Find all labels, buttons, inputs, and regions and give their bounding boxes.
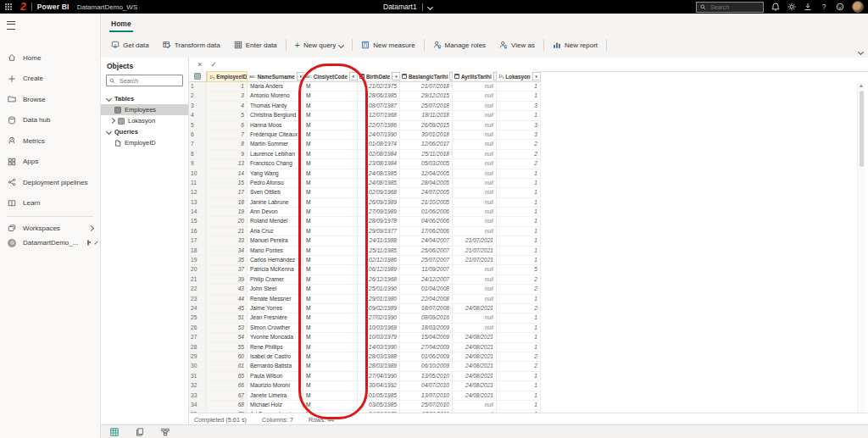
cell-birthdate[interactable]: 23/08/1984 — [358, 159, 400, 169]
cell-lokasyon[interactable]: 1 — [497, 208, 541, 217]
cell-namesurname[interactable]: Roland Mendel — [248, 217, 303, 226]
cell-employeeid[interactable]: 44 — [207, 295, 248, 304]
row-number-cell[interactable]: 11 — [189, 179, 207, 188]
cell-namesurname[interactable]: Rene Phillips — [248, 343, 303, 352]
row-number-cell[interactable]: 21 — [189, 275, 207, 285]
cell-cinsiyetcode[interactable]: M — [303, 372, 358, 381]
cell-employeeid[interactable]: 1 — [207, 82, 248, 91]
cell-namesurname[interactable]: Maria Anders — [248, 82, 303, 91]
row-number-cell[interactable]: 17 — [189, 236, 207, 246]
cell-baslangictarihi[interactable]: 01/04/2008 — [400, 285, 453, 294]
row-number-cell[interactable]: 1 — [189, 82, 207, 91]
cell-baslangictarihi[interactable]: 30/01/2018 — [400, 130, 453, 140]
cell-birthdate[interactable]: 26/09/1989 — [358, 198, 400, 208]
cell-baslangictarihi[interactable]: 25/11/2018 — [400, 150, 453, 159]
cell-employeeid[interactable]: 18 — [207, 198, 248, 208]
cell-namesurname[interactable]: Carlos Hernández — [248, 256, 303, 265]
cell-namesurname[interactable]: Michael Holz — [248, 401, 303, 410]
cell-employeeid[interactable]: 68 — [207, 401, 248, 410]
row-number-cell[interactable]: 8 — [189, 150, 207, 159]
column-header-ayrilistarihi[interactable]: AyrilisTarihi▾ — [453, 71, 497, 82]
cell-employeeid[interactable]: 61 — [207, 362, 248, 371]
cell-lokasyon[interactable]: 1 — [497, 247, 541, 256]
cell-baslangictarihi[interactable]: 21/10/2005 — [400, 198, 453, 208]
row-number-cell[interactable]: 23 — [189, 295, 207, 304]
cell-employeeid[interactable]: 53 — [207, 324, 248, 333]
cell-baslangictarihi[interactable]: 15/04/2009 — [400, 333, 453, 342]
cell-birthdate[interactable]: 06/12/1989 — [358, 265, 400, 274]
cell-cinsiyetcode[interactable]: M — [303, 285, 358, 294]
objects-search-box[interactable] — [106, 75, 183, 86]
objects-search-input[interactable] — [118, 77, 181, 85]
cell-ayrilistarihi[interactable]: 24/08/2021 — [453, 362, 497, 371]
global-search-box[interactable] — [696, 2, 764, 13]
cell-baslangictarihi[interactable]: 28/04/2005 — [400, 179, 453, 188]
cell-ayrilistarihi[interactable]: null — [453, 169, 497, 179]
cell-employeeid[interactable]: 8 — [207, 140, 248, 149]
cell-lokasyon[interactable]: 2 — [497, 150, 541, 159]
cell-baslangictarihi[interactable]: 06/10/2009 — [400, 362, 453, 371]
row-number-cell[interactable]: 19 — [189, 256, 207, 265]
cell-baslangictarihi[interactable]: 26/09/2015 — [400, 121, 453, 130]
cell-ayrilistarihi[interactable]: null — [453, 121, 497, 130]
download-icon[interactable] — [804, 3, 812, 11]
row-number-cell[interactable]: 14 — [189, 208, 207, 217]
cell-namesurname[interactable]: Pedro Afonso — [248, 179, 303, 188]
cancel-icon[interactable]: × — [198, 60, 202, 69]
cell-cinsiyetcode[interactable]: M — [303, 179, 358, 188]
tree-node-employees[interactable]: Employees — [101, 104, 188, 115]
cell-ayrilistarihi[interactable]: 24/08/2021 — [453, 343, 497, 352]
cell-cinsiyetcode[interactable]: M — [303, 236, 358, 246]
cell-lokasyon[interactable]: 1 — [497, 188, 541, 197]
cell-ayrilistarihi[interactable]: 24/08/2021 — [453, 333, 497, 342]
cell-namesurname[interactable]: Paula Wilson — [248, 372, 303, 381]
cell-birthdate[interactable]: 03/05/1985 — [358, 401, 400, 410]
cell-namesurname[interactable]: Antonio Moreno — [248, 91, 303, 101]
ribbon-collapse-icon[interactable] — [858, 49, 864, 55]
cell-employeeid[interactable]: 6 — [207, 121, 248, 130]
cell-namesurname[interactable]: Francisco Chang — [248, 159, 303, 169]
cell-baslangictarihi[interactable]: 05/03/2005 — [400, 159, 453, 169]
cell-birthdate[interactable]: 10/03/1979 — [358, 333, 400, 342]
sidebar-item-deployment-pipelines[interactable]: Deployment pipelines — [0, 172, 100, 193]
cell-employeeid[interactable]: 55 — [207, 343, 248, 352]
chevron-down-icon[interactable] — [427, 3, 433, 9]
cell-birthdate[interactable]: 24/08/1985 — [358, 169, 400, 179]
cell-employeeid[interactable]: 67 — [207, 391, 248, 401]
cell-ayrilistarihi[interactable]: null — [453, 227, 497, 236]
cell-cinsiyetcode[interactable]: M — [303, 140, 358, 149]
cell-namesurname[interactable]: Jean Fresnière — [248, 313, 303, 323]
cell-cinsiyetcode[interactable]: M — [303, 391, 358, 401]
cell-cinsiyetcode[interactable]: M — [303, 362, 358, 371]
cell-birthdate[interactable]: 28/06/1985 — [358, 91, 400, 101]
cell-namesurname[interactable]: Simon Crowther — [248, 324, 303, 333]
cell-ayrilistarihi[interactable]: null — [453, 275, 497, 285]
row-number-cell[interactable]: 32 — [189, 381, 207, 391]
cell-employeeid[interactable]: 3 — [207, 91, 248, 101]
row-number-cell[interactable]: 3 — [189, 102, 207, 111]
cell-employeeid[interactable]: 21 — [207, 227, 248, 236]
cell-ayrilistarihi[interactable]: null — [453, 208, 497, 217]
cell-lokasyon[interactable]: 5 — [497, 265, 541, 274]
cell-employeeid[interactable]: 65 — [207, 372, 248, 381]
cell-cinsiyetcode[interactable]: M — [303, 91, 358, 101]
cell-employeeid[interactable]: 45 — [207, 304, 248, 313]
cell-ayrilistarihi[interactable]: 21/07/2021 — [453, 236, 497, 246]
cell-ayrilistarihi[interactable]: null — [453, 313, 497, 323]
cell-lokasyon[interactable]: 1 — [497, 82, 541, 91]
row-number-cell[interactable]: 28 — [189, 343, 207, 352]
cell-baslangictarihi[interactable]: 18/11/2018 — [400, 111, 453, 120]
column-header-employeeid[interactable]: 1²₃EmployeeID▾ — [207, 71, 248, 82]
cell-employeeid[interactable]: 15 — [207, 179, 248, 188]
sidebar-item-browse[interactable]: Browse — [0, 89, 100, 110]
cell-birthdate[interactable]: 02/09/1968 — [358, 188, 400, 197]
enter-data-button[interactable]: Enter data — [227, 37, 284, 53]
cell-birthdate[interactable]: 29/01/1980 — [358, 295, 400, 304]
global-search-input[interactable] — [709, 3, 756, 11]
cell-employeeid[interactable]: 9 — [207, 150, 248, 159]
cell-birthdate[interactable]: 24/07/1990 — [358, 130, 400, 140]
cell-lokasyon[interactable]: 1 — [497, 343, 541, 352]
cell-cinsiyetcode[interactable]: M — [303, 304, 358, 313]
cell-baslangictarihi[interactable]: 01/06/2006 — [400, 208, 453, 217]
cell-baslangictarihi[interactable]: 18/07/2008 — [400, 304, 453, 313]
